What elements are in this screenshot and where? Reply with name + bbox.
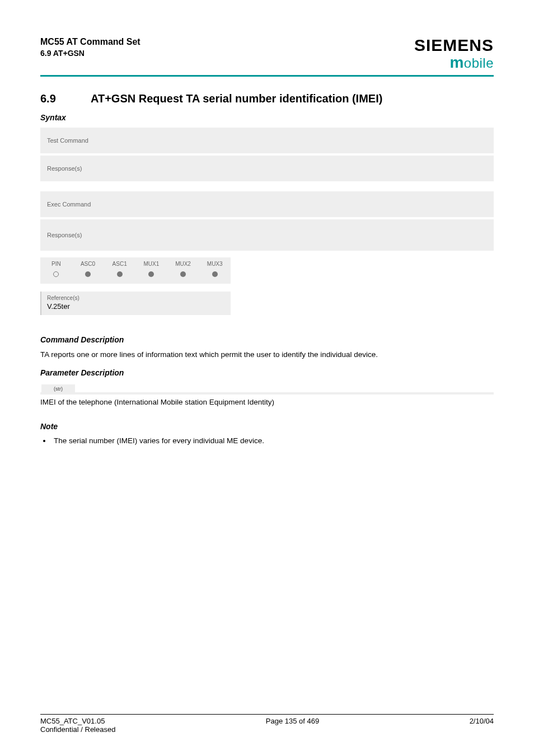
- parameter-description-heading: Parameter Description: [40, 368, 494, 377]
- flag-header: ASC0: [72, 257, 104, 269]
- page-header: MC55 AT Command Set 6.9 AT+GSN SIEMENS m…: [40, 36, 494, 72]
- circle-fill-icon: [148, 271, 154, 277]
- note-heading: Note: [40, 422, 494, 431]
- flag-value: [199, 269, 231, 279]
- footer-right: 2/10/04: [470, 717, 494, 734]
- command-description-text: TA reports one or more lines of informat…: [40, 350, 494, 360]
- parameter-text: IMEI of the telephone (International Mob…: [40, 398, 494, 406]
- header-divider: [40, 75, 494, 77]
- test-response-block: Response(s): [40, 156, 494, 181]
- flag-value: [135, 269, 167, 279]
- section-heading: 6.9AT+GSN Request TA serial number ident…: [40, 92, 494, 105]
- section-number: 6.9: [40, 92, 91, 105]
- flag-header: MUX3: [199, 257, 231, 269]
- command-description-heading: Command Description: [40, 335, 494, 344]
- flag-value: [167, 269, 199, 279]
- brand-mobile-rest: obile: [464, 55, 494, 71]
- test-command-block: Test Command: [40, 128, 494, 153]
- flag-header: MUX1: [135, 257, 167, 269]
- reference-box: Reference(s) V.25ter: [40, 292, 231, 315]
- page-footer: MC55_ATC_V01.05 Confidential / Released …: [40, 714, 494, 734]
- exec-response-block: Response(s): [40, 219, 494, 251]
- circle-fill-icon: [117, 271, 123, 277]
- footer-doc-id: MC55_ATC_V01.05: [40, 717, 115, 725]
- test-command-label: Test Command: [47, 137, 88, 144]
- brand-siemens: SIEMENS: [414, 36, 494, 55]
- flag-value: [72, 269, 104, 279]
- flag-header: PIN: [40, 257, 72, 269]
- note-item: The serial number (IMEI) varies for ever…: [51, 436, 494, 445]
- reference-label: Reference(s): [47, 295, 225, 301]
- exec-command-label: Exec Command: [47, 201, 91, 208]
- parameter-bar: [40, 392, 494, 395]
- circle-fill-icon: [180, 271, 186, 277]
- flags-header-row: PIN ASC0 ASC1 MUX1 MUX2 MUX3: [40, 257, 231, 269]
- flags-value-row: [40, 269, 231, 284]
- syntax-heading: Syntax: [40, 113, 494, 122]
- doc-subtitle: 6.9 AT+GSN: [40, 48, 140, 59]
- flag-header: ASC1: [104, 257, 135, 269]
- footer-confidentiality: Confidential / Released: [40, 725, 115, 734]
- circle-fill-icon: [85, 271, 91, 277]
- reference-value: V.25ter: [47, 302, 225, 311]
- circle-fill-icon: [212, 271, 218, 277]
- flag-header: MUX2: [167, 257, 199, 269]
- section-title-text: AT+GSN Request TA serial number identifi…: [91, 92, 382, 105]
- brand-mobile-m: m: [449, 54, 463, 71]
- brand-mobile: mobile: [414, 54, 494, 72]
- footer-left: MC55_ATC_V01.05 Confidential / Released: [40, 717, 115, 734]
- test-response-label: Response(s): [47, 165, 82, 172]
- doc-title: MC55 AT Command Set: [40, 36, 140, 48]
- footer-center: Page 135 of 469: [115, 717, 469, 734]
- brand-block: SIEMENS mobile: [414, 36, 494, 72]
- flag-value: [104, 269, 135, 279]
- flag-value: [40, 269, 72, 279]
- note-list: The serial number (IMEI) varies for ever…: [40, 436, 494, 445]
- parameter-type-tag: (str): [41, 384, 75, 393]
- doc-title-block: MC55 AT Command Set 6.9 AT+GSN: [40, 36, 140, 58]
- exec-command-block: Exec Command: [40, 191, 494, 217]
- exec-response-label: Response(s): [47, 232, 82, 238]
- circle-open-icon: [53, 271, 59, 277]
